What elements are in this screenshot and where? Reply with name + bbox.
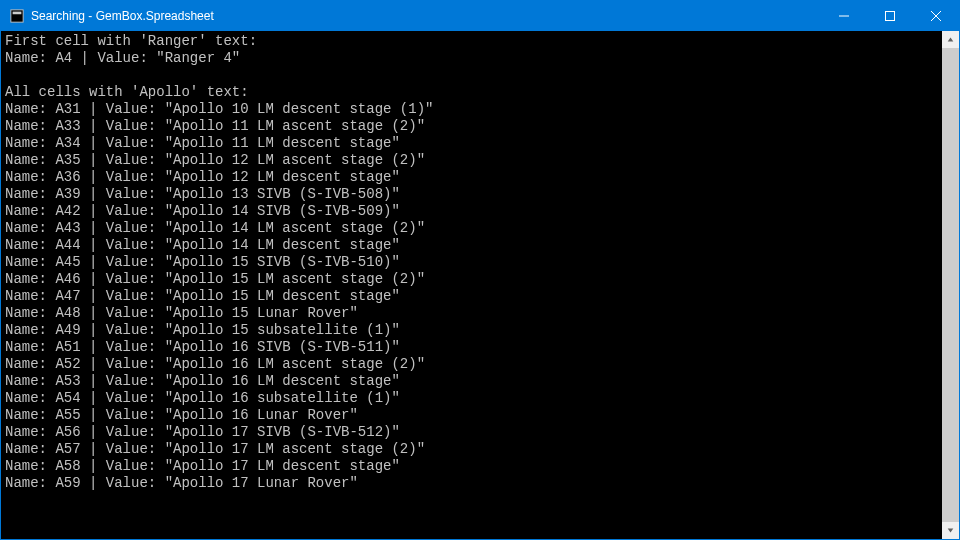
window-controls xyxy=(821,1,959,31)
console-line: Name: A31 | Value: "Apollo 10 LM descent… xyxy=(5,101,938,118)
console-line: Name: A56 | Value: "Apollo 17 SIVB (S-IV… xyxy=(5,424,938,441)
app-icon xyxy=(9,8,25,24)
console-line: Name: A43 | Value: "Apollo 14 LM ascent … xyxy=(5,220,938,237)
scroll-up-arrow[interactable] xyxy=(942,31,959,48)
console-line: Name: A55 | Value: "Apollo 16 Lunar Rove… xyxy=(5,407,938,424)
maximize-button[interactable] xyxy=(867,1,913,31)
scroll-down-arrow[interactable] xyxy=(942,522,959,539)
console-line: Name: A45 | Value: "Apollo 15 SIVB (S-IV… xyxy=(5,254,938,271)
svg-rect-1 xyxy=(13,12,22,15)
svg-rect-2 xyxy=(886,12,895,21)
minimize-button[interactable] xyxy=(821,1,867,31)
console-line: Name: A4 | Value: "Ranger 4" xyxy=(5,50,938,67)
console-line: Name: A44 | Value: "Apollo 14 LM descent… xyxy=(5,237,938,254)
app-window: Searching - GemBox.Spreadsheet First cel… xyxy=(0,0,960,540)
console-line: Name: A59 | Value: "Apollo 17 Lunar Rove… xyxy=(5,475,938,492)
close-button[interactable] xyxy=(913,1,959,31)
scroll-thumb[interactable] xyxy=(942,48,959,522)
console-line xyxy=(5,67,938,84)
console-line: Name: A53 | Value: "Apollo 16 LM descent… xyxy=(5,373,938,390)
content-area: First cell with 'Ranger' text:Name: A4 |… xyxy=(1,31,959,539)
console-line: Name: A39 | Value: "Apollo 13 SIVB (S-IV… xyxy=(5,186,938,203)
titlebar[interactable]: Searching - GemBox.Spreadsheet xyxy=(1,1,959,31)
window-title: Searching - GemBox.Spreadsheet xyxy=(31,9,821,23)
console-line: Name: A48 | Value: "Apollo 15 Lunar Rove… xyxy=(5,305,938,322)
console-line: Name: A33 | Value: "Apollo 11 LM ascent … xyxy=(5,118,938,135)
scroll-track[interactable] xyxy=(942,48,959,522)
console-line: Name: A57 | Value: "Apollo 17 LM ascent … xyxy=(5,441,938,458)
console-line: Name: A58 | Value: "Apollo 17 LM descent… xyxy=(5,458,938,475)
console-line: Name: A35 | Value: "Apollo 12 LM ascent … xyxy=(5,152,938,169)
console-line: All cells with 'Apollo' text: xyxy=(5,84,938,101)
console-line: Name: A34 | Value: "Apollo 11 LM descent… xyxy=(5,135,938,152)
console-line: Name: A49 | Value: "Apollo 15 subsatelli… xyxy=(5,322,938,339)
console-line: Name: A54 | Value: "Apollo 16 subsatelli… xyxy=(5,390,938,407)
console-line: Name: A42 | Value: "Apollo 14 SIVB (S-IV… xyxy=(5,203,938,220)
console-line: Name: A36 | Value: "Apollo 12 LM descent… xyxy=(5,169,938,186)
console-output[interactable]: First cell with 'Ranger' text:Name: A4 |… xyxy=(1,31,942,539)
console-line: Name: A52 | Value: "Apollo 16 LM ascent … xyxy=(5,356,938,373)
console-line: Name: A51 | Value: "Apollo 16 SIVB (S-IV… xyxy=(5,339,938,356)
vertical-scrollbar[interactable] xyxy=(942,31,959,539)
console-line: First cell with 'Ranger' text: xyxy=(5,33,938,50)
console-line: Name: A46 | Value: "Apollo 15 LM ascent … xyxy=(5,271,938,288)
console-line: Name: A47 | Value: "Apollo 15 LM descent… xyxy=(5,288,938,305)
